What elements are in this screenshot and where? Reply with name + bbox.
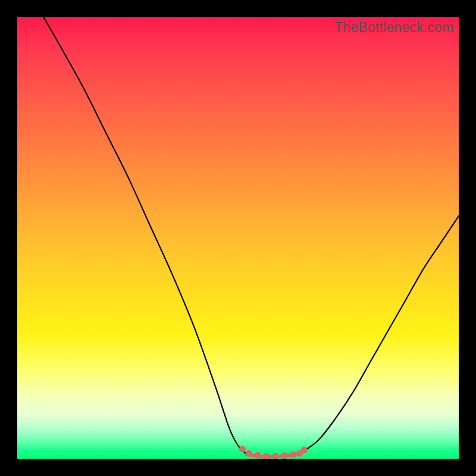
bottom-dot	[264, 453, 270, 459]
bottom-dot	[301, 447, 308, 453]
curve-right-branch	[300, 216, 459, 453]
bottom-dot	[273, 453, 279, 459]
chart-curves	[17, 17, 459, 459]
bottom-dot	[290, 452, 296, 458]
chart-frame: TheBottleneck.com	[0, 0, 476, 476]
bottom-dot	[281, 452, 287, 459]
bottom-dot	[255, 452, 261, 459]
plot-area: TheBottleneck.com	[17, 17, 459, 459]
bottom-dot	[239, 446, 246, 452]
curve-left-branch	[44, 17, 247, 455]
bottom-dot	[246, 450, 252, 457]
